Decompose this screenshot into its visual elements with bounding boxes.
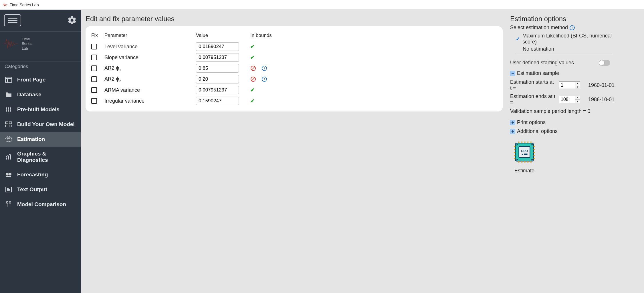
param-name: Irregular variance bbox=[104, 98, 196, 104]
sidebar-item-pre-built-models[interactable]: Pre-built Models bbox=[0, 102, 81, 117]
estimation-end-spinner[interactable]: ▲▼ bbox=[559, 96, 580, 103]
param-value-input[interactable] bbox=[196, 64, 239, 73]
header-in-bounds: In bounds bbox=[250, 33, 285, 38]
svg-rect-16 bbox=[6, 137, 11, 141]
svg-point-30 bbox=[9, 173, 11, 176]
in-bounds-indicator: ✔ bbox=[250, 43, 262, 50]
svg-point-8 bbox=[10, 109, 11, 111]
sidebar-item-label: Database bbox=[17, 91, 41, 98]
nav-icon bbox=[5, 201, 13, 208]
estimation-start-spinner[interactable]: ▲▼ bbox=[559, 81, 580, 89]
sidebar-item-build-your-own-model[interactable]: Build Your Own Model bbox=[0, 117, 81, 132]
nav-icon bbox=[5, 76, 13, 83]
fix-checkbox[interactable] bbox=[91, 76, 97, 82]
info-icon[interactable]: i bbox=[262, 66, 267, 71]
svg-rect-0 bbox=[5, 77, 12, 82]
svg-line-46 bbox=[252, 78, 255, 81]
estimation-options-panel: Estimation options Select estimation met… bbox=[507, 10, 644, 293]
nav-icon bbox=[5, 136, 13, 143]
fix-checkbox[interactable] bbox=[91, 55, 97, 60]
param-value-input[interactable] bbox=[196, 53, 239, 62]
svg-rect-15 bbox=[9, 125, 12, 127]
spin-down-icon[interactable]: ▼ bbox=[575, 85, 580, 89]
fix-checkbox[interactable] bbox=[91, 98, 97, 104]
header-fix: Fix bbox=[91, 33, 104, 38]
svg-rect-31 bbox=[6, 176, 11, 177]
method-option-none[interactable]: No estimation bbox=[516, 45, 613, 53]
brand-line2: Series bbox=[22, 41, 32, 46]
prohibited-icon bbox=[250, 76, 256, 82]
check-icon: ✔ bbox=[250, 43, 255, 50]
param-header-row: Fix Parameter Value In bounds bbox=[91, 31, 495, 41]
info-icon[interactable]: i bbox=[570, 25, 575, 30]
validation-length: Validation sample period length = 0 bbox=[510, 108, 638, 114]
fix-checkbox[interactable] bbox=[91, 65, 97, 71]
method-label: Select estimation method bbox=[510, 25, 568, 31]
user-sv-toggle[interactable] bbox=[599, 60, 610, 66]
param-value-input[interactable] bbox=[196, 75, 239, 83]
param-name: Slope variance bbox=[104, 55, 196, 61]
header-value: Value bbox=[196, 33, 250, 38]
user-sv-label: User defined starting values bbox=[510, 60, 574, 66]
estimation-options-title: Estimation options bbox=[510, 15, 638, 23]
svg-point-80 bbox=[516, 144, 517, 145]
estimation-sample-expander[interactable]: − Estimation sample bbox=[510, 70, 638, 76]
check-icon: ✔ bbox=[250, 54, 255, 61]
page-title: Edit and fix parameter values bbox=[86, 15, 503, 23]
app-logo-icon bbox=[3, 3, 8, 7]
param-name: AR2 ɸ2 bbox=[104, 76, 196, 83]
sidebar-item-estimation[interactable]: Estimation bbox=[0, 132, 81, 147]
spin-down-icon[interactable]: ▼ bbox=[575, 99, 580, 103]
sidebar-item-front-page[interactable]: Front Page bbox=[0, 72, 81, 87]
estimation-start-date: 1960-01-01 bbox=[588, 82, 615, 88]
sidebar-item-forecasting[interactable]: Forecasting bbox=[0, 167, 81, 182]
svg-point-82 bbox=[516, 159, 517, 160]
estimation-end-label: Estimation ends at t = bbox=[510, 93, 556, 105]
brand-line1: Time bbox=[22, 37, 32, 41]
method-option-label: No estimation bbox=[523, 46, 554, 52]
svg-point-9 bbox=[6, 111, 7, 112]
param-value-input[interactable] bbox=[196, 42, 239, 51]
svg-rect-14 bbox=[5, 125, 8, 127]
prohibited-icon bbox=[250, 65, 256, 71]
brand-line3: Lab bbox=[22, 46, 32, 51]
print-options-expander[interactable]: + Print options bbox=[510, 119, 638, 125]
brand-block: Time Series Lab bbox=[0, 32, 81, 56]
menu-toggle-button[interactable] bbox=[4, 14, 21, 26]
svg-point-29 bbox=[6, 173, 9, 176]
svg-point-10 bbox=[8, 111, 9, 112]
svg-text:i: i bbox=[264, 77, 265, 81]
sidebar-item-model-comparison[interactable]: Model Comparison bbox=[0, 197, 81, 212]
svg-rect-27 bbox=[8, 156, 9, 160]
sidebar-item-graphics-diagnostics[interactable]: Graphics & Diagnostics bbox=[0, 147, 81, 167]
parameters-card: Fix Parameter Value In bounds Level vari… bbox=[86, 26, 503, 111]
param-value-input[interactable] bbox=[196, 97, 239, 105]
spin-up-icon[interactable]: ▲ bbox=[575, 96, 580, 99]
sidebar-item-database[interactable]: Database bbox=[0, 87, 81, 102]
print-options-label: Print options bbox=[517, 119, 546, 125]
svg-point-81 bbox=[532, 144, 532, 145]
method-option-label: Maximum Likelihood (BFGS, numerical scor… bbox=[522, 33, 613, 45]
param-value-input[interactable] bbox=[196, 86, 239, 94]
fix-checkbox[interactable] bbox=[91, 87, 97, 93]
svg-text:i: i bbox=[264, 67, 265, 70]
estimate-button[interactable]: CPU bbox=[512, 139, 537, 165]
in-bounds-indicator bbox=[250, 76, 262, 82]
estimation-end-input[interactable] bbox=[559, 96, 575, 103]
param-row: Irregular variance✔ bbox=[91, 95, 495, 106]
method-option-mle[interactable]: ✓ Maximum Likelihood (BFGS, numerical sc… bbox=[516, 32, 613, 45]
in-bounds-indicator: ✔ bbox=[250, 87, 262, 93]
svg-rect-26 bbox=[6, 158, 7, 160]
brand-wave-icon bbox=[4, 37, 18, 50]
svg-rect-13 bbox=[9, 122, 12, 124]
svg-rect-55 bbox=[524, 154, 527, 155]
sidebar-item-text-output[interactable]: Text Output bbox=[0, 182, 81, 197]
sidebar-item-label: Build Your Own Model bbox=[17, 121, 75, 127]
fix-checkbox[interactable] bbox=[91, 44, 97, 49]
param-row: Slope variance✔ bbox=[91, 52, 495, 63]
settings-icon[interactable] bbox=[67, 15, 77, 25]
info-icon[interactable]: i bbox=[262, 77, 267, 82]
spin-up-icon[interactable]: ▲ bbox=[575, 82, 580, 85]
additional-options-expander[interactable]: + Additional options bbox=[510, 128, 638, 134]
estimation-start-input[interactable] bbox=[559, 82, 575, 89]
